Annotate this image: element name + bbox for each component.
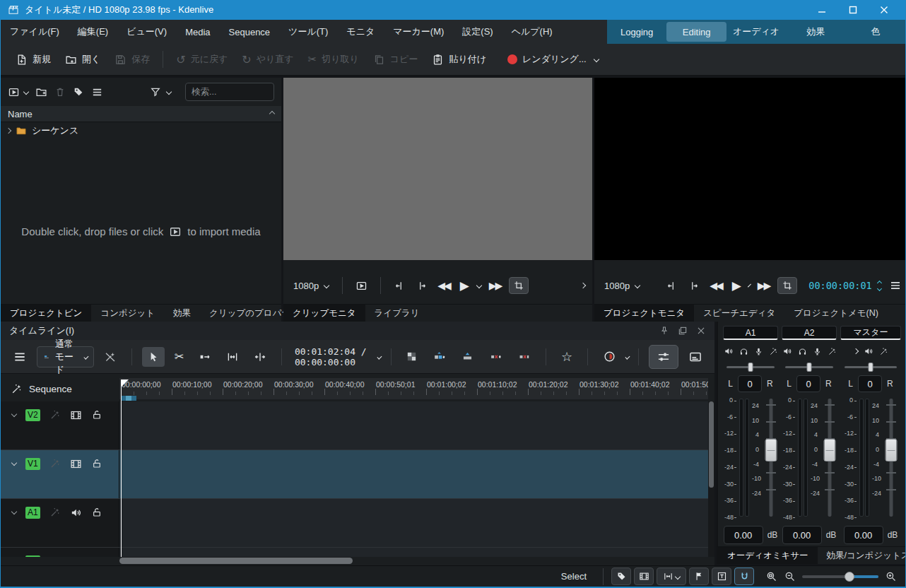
strip-name-button[interactable]: A1 — [723, 326, 778, 340]
track-badge[interactable]: V2 — [25, 409, 40, 421]
markers-button[interactable] — [689, 568, 709, 585]
solo-icon[interactable] — [798, 347, 807, 356]
mute-icon[interactable] — [864, 346, 873, 356]
zoom-slider[interactable] — [802, 572, 878, 582]
menu-item[interactable]: モニタ — [337, 20, 384, 44]
timeline-vertical-scrollbar[interactable] — [708, 401, 714, 557]
effects-icon[interactable] — [769, 347, 778, 356]
gain-value[interactable]: 0.00 — [724, 526, 763, 544]
mix-clips-button[interactable] — [401, 347, 423, 366]
go-to-zone-in-button[interactable] — [664, 278, 680, 294]
sequence-tab[interactable]: Sequence — [1, 378, 119, 399]
workspace-tab[interactable]: Logging — [607, 20, 666, 44]
dock-tab[interactable]: プロジェクトビン — [1, 305, 91, 322]
effects-icon[interactable] — [828, 347, 837, 356]
lock-icon[interactable] — [91, 555, 102, 557]
lift-zone-button[interactable] — [512, 346, 536, 367]
go-to-zone-out-button[interactable] — [686, 278, 702, 294]
pan-value[interactable]: 0 — [858, 375, 882, 392]
menu-item[interactable]: 設定(S) — [453, 20, 502, 44]
track-lane[interactable] — [119, 450, 708, 498]
zoom-in-button[interactable] — [885, 570, 897, 582]
expand-icon[interactable] — [6, 128, 11, 134]
razor-tool-button[interactable]: ✂ — [170, 346, 189, 367]
timeline-menu-button[interactable] — [8, 346, 32, 368]
resolution-dropdown[interactable]: 1080p — [290, 281, 331, 291]
clip-monitor-screen[interactable] — [283, 78, 592, 260]
tag-button[interactable] — [73, 86, 84, 98]
track-header-v2[interactable]: V2 — [1, 401, 119, 449]
solo-icon[interactable] — [739, 347, 748, 356]
chevron-down-icon[interactable] — [748, 284, 751, 288]
rewind-button[interactable]: ◀◀ — [435, 278, 452, 293]
zone-spacer-button[interactable] — [221, 347, 244, 367]
search-input[interactable] — [185, 83, 274, 101]
favorite-effects-button[interactable]: ☆ — [556, 346, 577, 368]
dock-tab[interactable]: スピーチエディタ — [694, 305, 784, 322]
collapse-icon[interactable] — [852, 348, 858, 354]
cut-button[interactable]: ✂切り取り — [302, 48, 365, 71]
lock-icon[interactable] — [91, 507, 102, 518]
maximize-button[interactable] — [837, 0, 869, 20]
dock-tab[interactable]: オーディオミキサー — [718, 547, 818, 564]
chevron-down-icon[interactable] — [476, 283, 482, 288]
pan-value[interactable]: 0 — [796, 375, 820, 392]
strip-name-button[interactable]: マスター — [840, 326, 901, 340]
workspace-tab[interactable]: 色 — [846, 20, 905, 44]
video-track-icon[interactable] — [70, 409, 82, 421]
track-badge[interactable]: A1 — [25, 507, 40, 519]
minimize-button[interactable] — [806, 0, 837, 20]
selection-tool-button[interactable] — [142, 347, 165, 367]
effects-icon[interactable] — [49, 409, 61, 421]
menu-item[interactable]: Media — [176, 20, 219, 44]
bin-column-header[interactable]: Name — [1, 106, 281, 122]
undo-button[interactable]: ↺元に戻す — [170, 48, 234, 71]
mix-mode-button[interactable] — [657, 568, 686, 585]
track-header-a1[interactable]: A1 — [1, 499, 119, 547]
dock-tab[interactable]: プロジェクトメモ(N) — [784, 305, 888, 322]
add-clip-button[interactable] — [8, 86, 28, 98]
track-header-a2[interactable]: A2 — [1, 548, 119, 557]
volume-fader[interactable] — [886, 399, 897, 517]
redo-button[interactable]: ↻やり直す — [235, 48, 300, 71]
play-button[interactable]: ▶ — [458, 276, 471, 295]
tag-toggle-button[interactable] — [611, 568, 631, 585]
render-button[interactable]: レンダリング... — [501, 48, 605, 71]
create-folder-button[interactable] — [35, 86, 47, 98]
play-button[interactable]: ▶ — [730, 276, 743, 295]
effects-icon[interactable] — [879, 347, 888, 356]
subtitles-button[interactable] — [683, 346, 707, 368]
zone-mode-button[interactable] — [509, 277, 529, 294]
audio-track-icon[interactable] — [70, 507, 82, 519]
copy-button[interactable]: コピー — [367, 48, 425, 71]
mixed-audio-video-button[interactable] — [99, 347, 122, 367]
video-thumbnails-button[interactable] — [634, 568, 654, 585]
timecode-spinner[interactable] — [878, 281, 881, 290]
gain-value[interactable]: 0.00 — [844, 526, 883, 544]
record-mic-icon[interactable] — [754, 347, 763, 356]
track-lane[interactable] — [119, 401, 708, 449]
zoom-fit-button[interactable] — [765, 570, 777, 582]
dock-tab[interactable]: クリップモニタ — [283, 305, 365, 322]
menu-item[interactable]: ヘルプ(H) — [502, 20, 562, 44]
resolution-dropdown[interactable]: 1080p — [601, 281, 642, 291]
chevron-down-icon[interactable] — [377, 354, 382, 359]
close-button[interactable] — [869, 0, 900, 20]
titles-button[interactable] — [712, 568, 731, 585]
track-lane[interactable] — [119, 499, 708, 547]
lock-icon[interactable] — [91, 458, 102, 469]
timeline-zone[interactable] — [121, 396, 136, 401]
timeline-timecode[interactable]: 00:01:02:04 / 00:00:00:00 — [295, 346, 370, 368]
snap-toggle-button[interactable] — [734, 568, 754, 585]
chevron-down-icon[interactable] — [625, 354, 630, 359]
monitor-timecode[interactable]: 00:00:00:01 — [808, 280, 871, 291]
toolbar-overflow-icon[interactable] — [580, 283, 586, 288]
pan-slider[interactable] — [845, 363, 897, 372]
float-icon[interactable] — [678, 326, 688, 336]
zoom-out-button[interactable] — [784, 570, 796, 582]
go-to-zone-out-button[interactable] — [413, 278, 430, 294]
dock-tab[interactable]: プロジェクトモニタ — [594, 305, 694, 322]
project-monitor-screen[interactable] — [594, 78, 906, 260]
zone-mode-button[interactable] — [777, 277, 797, 294]
new-button[interactable]: 新規 — [9, 48, 57, 71]
